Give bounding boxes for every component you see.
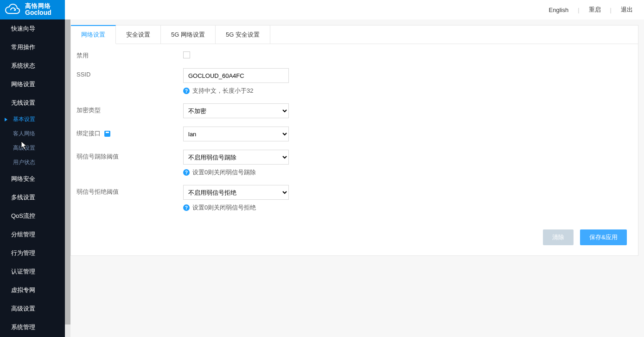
- logo-area: 高恪网络 Gocloud: [0, 3, 65, 17]
- divider: |: [610, 6, 612, 13]
- clear-button[interactable]: 清除: [543, 229, 574, 245]
- logo-text-en: Gocloud: [25, 9, 51, 16]
- sidebar-item-8[interactable]: 分组管理: [0, 225, 65, 244]
- logo-icon: [5, 4, 20, 16]
- sidebar-item-2[interactable]: 系统状态: [0, 57, 65, 75]
- scrollbar-thumb[interactable]: [65, 19, 70, 324]
- bind-select[interactable]: lan: [183, 127, 289, 141]
- sidebar: 快速向导常用操作系统状态网络设置无线设置基本设置客人网络高级设置用户状态网络安全…: [0, 19, 65, 337]
- bind-label: 绑定接口: [77, 127, 183, 138]
- sidebar-item-5[interactable]: 网络安全: [0, 170, 65, 188]
- sidebar-subitem-4-1[interactable]: 客人网络: [0, 127, 65, 141]
- logout-link[interactable]: 退出: [621, 6, 633, 14]
- header-bar: 高恪网络 Gocloud English | 重启 | 退出: [0, 0, 644, 19]
- language-link[interactable]: English: [549, 6, 569, 13]
- form: 禁用 SSID ? 支持中文，长度小于32: [71, 44, 638, 222]
- scrollbar-track[interactable]: [65, 19, 70, 337]
- sidebar-item-12[interactable]: 高级设置: [0, 299, 65, 318]
- help-icon: ?: [183, 88, 190, 94]
- ssid-input[interactable]: [183, 68, 289, 83]
- sidebar-subitem-4-2[interactable]: 高级设置: [0, 141, 65, 155]
- actions-bar: 清除 保存&应用: [71, 222, 638, 255]
- sidebar-item-4[interactable]: 无线设置: [0, 94, 65, 112]
- weak-reject-label: 弱信号拒绝阈值: [77, 185, 183, 196]
- ssid-label: SSID: [77, 68, 183, 78]
- reboot-link[interactable]: 重启: [589, 6, 601, 14]
- tab-0[interactable]: 网络设置: [71, 25, 116, 44]
- encrypt-select[interactable]: 不加密: [183, 103, 289, 118]
- tabs: 网络设置安全设置5G 网络设置5G 安全设置: [71, 25, 638, 44]
- save-button[interactable]: 保存&应用: [580, 229, 627, 245]
- weak-kick-label: 弱信号踢除阈值: [77, 150, 183, 161]
- disable-label: 禁用: [77, 49, 183, 60]
- sidebar-subitem-4-0[interactable]: 基本设置: [0, 112, 65, 127]
- encrypt-label: 加密类型: [77, 103, 183, 114]
- sidebar-item-6[interactable]: 多线设置: [0, 188, 65, 207]
- divider: |: [578, 6, 579, 13]
- sidebar-item-11[interactable]: 虚拟专网: [0, 281, 65, 299]
- logo-text-cn: 高恪网络: [25, 3, 51, 9]
- tab-2[interactable]: 5G 网络设置: [161, 25, 216, 44]
- weak-kick-help-text: 设置0则关闭弱信号踢除: [192, 168, 256, 177]
- sidebar-item-9[interactable]: 行为管理: [0, 244, 65, 262]
- weak-reject-help-text: 设置0则关闭弱信号拒绝: [192, 203, 256, 212]
- sidebar-subitem-4-3[interactable]: 用户状态: [0, 155, 65, 170]
- main-content: 网络设置安全设置5G 网络设置5G 安全设置 禁用 SSID: [65, 19, 644, 337]
- ssid-help-text: 支持中文，长度小于32: [192, 87, 253, 95]
- help-icon: ?: [183, 169, 190, 176]
- sidebar-item-1[interactable]: 常用操作: [0, 38, 65, 57]
- sidebar-item-10[interactable]: 认证管理: [0, 262, 65, 281]
- disk-icon[interactable]: [104, 131, 110, 137]
- weak-kick-select[interactable]: 不启用弱信号踢除: [183, 150, 289, 165]
- disable-checkbox[interactable]: [183, 51, 190, 58]
- sidebar-item-3[interactable]: 网络设置: [0, 75, 65, 94]
- weak-reject-select[interactable]: 不启用弱信号拒绝: [183, 185, 289, 200]
- sidebar-item-13[interactable]: 系统管理: [0, 318, 65, 337]
- tab-1[interactable]: 安全设置: [116, 25, 161, 44]
- sidebar-item-7[interactable]: QoS流控: [0, 207, 65, 225]
- tab-3[interactable]: 5G 安全设置: [216, 25, 270, 44]
- help-icon: ?: [183, 204, 190, 211]
- sidebar-item-0[interactable]: 快速向导: [0, 19, 65, 38]
